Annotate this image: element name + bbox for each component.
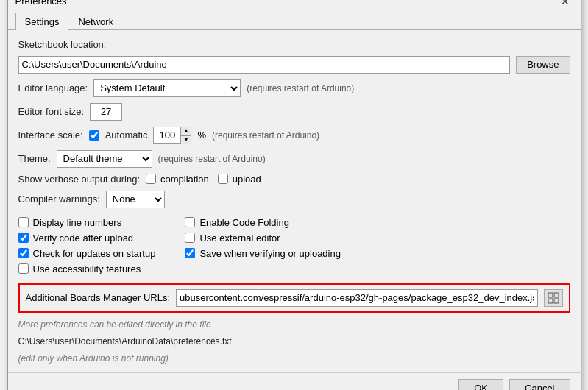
percent-label: % bbox=[197, 130, 206, 141]
list-icon bbox=[548, 292, 559, 304]
automatic-label: Automatic bbox=[105, 130, 148, 141]
more-prefs-text: More preferences can be edited directly … bbox=[18, 319, 211, 330]
editor-font-size-label: Editor font size: bbox=[18, 106, 85, 117]
interface-scale-label: Interface scale: bbox=[18, 130, 83, 141]
interface-scale-hint: (requires restart of Arduino) bbox=[212, 130, 319, 141]
code-folding-label: Enable Code Folding bbox=[199, 217, 288, 228]
list-button[interactable] bbox=[544, 289, 563, 307]
theme-hint: (requires restart of Arduino) bbox=[158, 154, 266, 164]
theme-row: Theme: Default theme (requires restart o… bbox=[18, 150, 570, 168]
accessibility-checkbox[interactable] bbox=[18, 263, 29, 274]
verify-code-row: Verify code after upload bbox=[18, 233, 156, 244]
font-size-input[interactable] bbox=[90, 103, 122, 121]
scale-input[interactable] bbox=[154, 127, 180, 143]
automatic-checkbox[interactable] bbox=[89, 130, 99, 141]
title-bar: Preferences ✕ bbox=[8, 0, 581, 13]
checkboxes-section: Display line numbers Verify code after u… bbox=[18, 217, 570, 274]
display-line-numbers-row: Display line numbers bbox=[18, 217, 156, 228]
upload-checkbox[interactable] bbox=[218, 174, 228, 184]
accessibility-label: Use accessibility features bbox=[33, 263, 141, 274]
spinner-up[interactable]: ▲ bbox=[180, 127, 191, 135]
upload-row: upload bbox=[218, 174, 261, 185]
compilation-label: compilation bbox=[160, 174, 209, 185]
edit-note-row: (edit only when Arduino is not running) bbox=[18, 352, 570, 364]
sketchbook-path-row: Browse bbox=[18, 56, 570, 74]
left-checkboxes: Display line numbers Verify code after u… bbox=[18, 217, 156, 274]
external-editor-checkbox[interactable] bbox=[185, 233, 195, 243]
prefs-path-row: C:\Users\user\Documents\ArduinoData\pref… bbox=[18, 336, 570, 347]
browse-button[interactable]: Browse bbox=[516, 56, 570, 74]
dialog-title: Preferences bbox=[15, 0, 67, 7]
compilation-checkbox[interactable] bbox=[146, 174, 156, 184]
editor-language-label: Editor language: bbox=[18, 82, 88, 93]
tab-network[interactable]: Network bbox=[68, 13, 123, 30]
verbose-row: Show verbose output during: compilation … bbox=[18, 174, 570, 185]
cancel-button[interactable]: Cancel bbox=[509, 379, 570, 391]
editor-language-hint: (requires restart of Arduino) bbox=[247, 83, 354, 93]
dialog-footer: OK Cancel bbox=[8, 372, 581, 391]
external-editor-label: Use external editor bbox=[199, 233, 280, 244]
verbose-label: Show verbose output during: bbox=[18, 174, 141, 185]
accessibility-row: Use accessibility features bbox=[18, 263, 156, 274]
check-updates-label: Check for updates on startup bbox=[33, 248, 156, 259]
sketchbook-label: Sketchbook location: bbox=[18, 39, 107, 50]
code-folding-row: Enable Code Folding bbox=[185, 217, 341, 228]
sketchbook-input[interactable] bbox=[18, 56, 511, 74]
theme-select[interactable]: Default theme bbox=[57, 150, 152, 168]
tab-settings[interactable]: Settings bbox=[15, 13, 69, 30]
more-prefs-info: More preferences can be edited directly … bbox=[18, 319, 570, 330]
editor-font-size-row: Editor font size: bbox=[18, 103, 570, 121]
compiler-warnings-row: Compiler warnings: None bbox=[18, 191, 570, 208]
prefs-path: C:\Users\user\Documents\ArduinoData\pref… bbox=[18, 336, 232, 347]
close-button[interactable]: ✕ bbox=[557, 0, 573, 10]
external-editor-row: Use external editor bbox=[185, 233, 341, 244]
save-verifying-checkbox[interactable] bbox=[185, 248, 195, 258]
sketchbook-row: Sketchbook location: bbox=[18, 39, 570, 50]
check-updates-row: Check for updates on startup bbox=[18, 248, 156, 259]
spinner-buttons: ▲ ▼ bbox=[180, 127, 191, 144]
compiler-warnings-select[interactable]: None bbox=[106, 191, 165, 208]
edit-note: (edit only when Arduino is not running) bbox=[18, 353, 169, 364]
editor-language-select[interactable]: System Default bbox=[93, 79, 241, 97]
verify-code-label: Verify code after upload bbox=[33, 233, 134, 244]
editor-language-row: Editor language: System Default (require… bbox=[18, 79, 570, 97]
verify-code-checkbox[interactable] bbox=[18, 233, 29, 243]
interface-scale-row: Interface scale: Automatic ▲ ▼ % (requir… bbox=[18, 127, 570, 144]
save-verifying-row: Save when verifying or uploading bbox=[185, 248, 341, 259]
svg-rect-2 bbox=[548, 299, 553, 303]
spinner-down[interactable]: ▼ bbox=[180, 135, 191, 144]
scale-spinner: ▲ ▼ bbox=[153, 127, 191, 144]
tab-bar: Settings Network bbox=[8, 13, 581, 30]
preferences-dialog: Preferences ✕ Settings Network Sketchboo… bbox=[7, 0, 581, 390]
additional-boards-label: Additional Boards Manager URLs: bbox=[26, 292, 171, 303]
compiler-warnings-label: Compiler warnings: bbox=[18, 194, 100, 205]
ok-button[interactable]: OK bbox=[458, 379, 503, 391]
right-checkboxes: Enable Code Folding Use external editor … bbox=[185, 217, 341, 274]
svg-rect-1 bbox=[554, 293, 559, 297]
additional-boards-input[interactable] bbox=[176, 289, 537, 307]
code-folding-checkbox[interactable] bbox=[185, 217, 195, 227]
verbose-checkboxes: compilation upload bbox=[146, 174, 261, 185]
additional-boards-section: Additional Boards Manager URLs: bbox=[18, 283, 570, 313]
settings-content: Sketchbook location: Browse Editor langu… bbox=[8, 30, 581, 372]
check-updates-checkbox[interactable] bbox=[18, 248, 29, 258]
display-line-numbers-label: Display line numbers bbox=[33, 217, 122, 228]
theme-label: Theme: bbox=[18, 153, 51, 164]
save-verifying-label: Save when verifying or uploading bbox=[199, 248, 341, 259]
svg-rect-0 bbox=[548, 293, 553, 297]
display-line-numbers-checkbox[interactable] bbox=[18, 217, 29, 227]
svg-rect-3 bbox=[554, 299, 559, 303]
upload-label: upload bbox=[233, 174, 261, 185]
compilation-row: compilation bbox=[146, 174, 209, 185]
